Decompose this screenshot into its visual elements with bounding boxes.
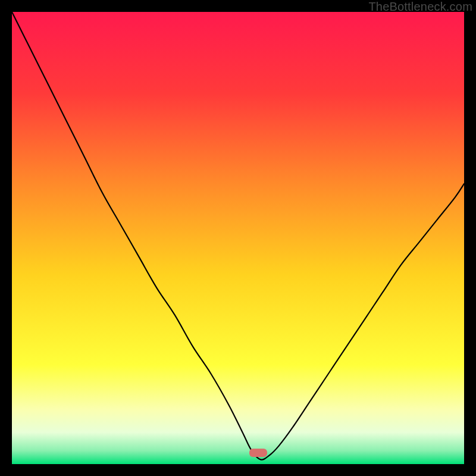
plot-area	[12, 12, 464, 464]
bottleneck-minimum-marker	[249, 449, 267, 457]
bottleneck-curve	[12, 12, 464, 464]
chart-frame: TheBottleneck.com	[0, 0, 476, 476]
watermark-text: TheBottleneck.com	[368, 0, 472, 14]
